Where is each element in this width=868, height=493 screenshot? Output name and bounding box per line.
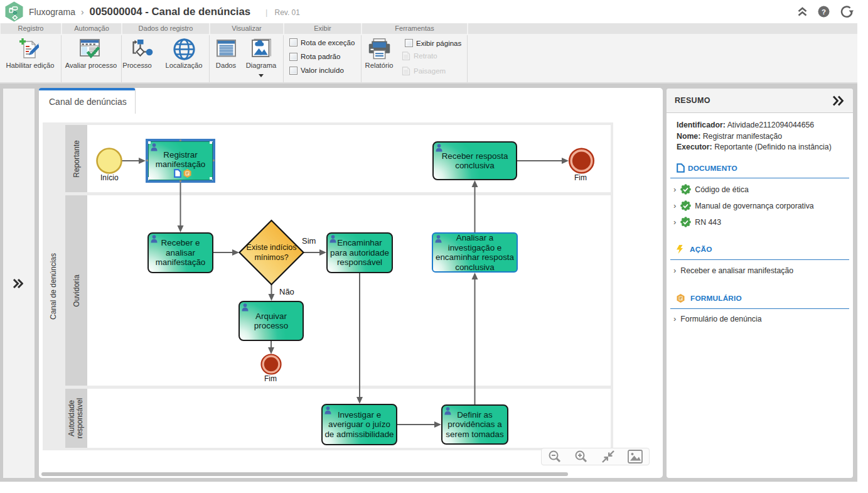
svg-text:mínimos?: mínimos? — [254, 253, 288, 262]
svg-text:?: ? — [822, 8, 826, 16]
svg-text:Existe indícios: Existe indícios — [247, 243, 297, 252]
